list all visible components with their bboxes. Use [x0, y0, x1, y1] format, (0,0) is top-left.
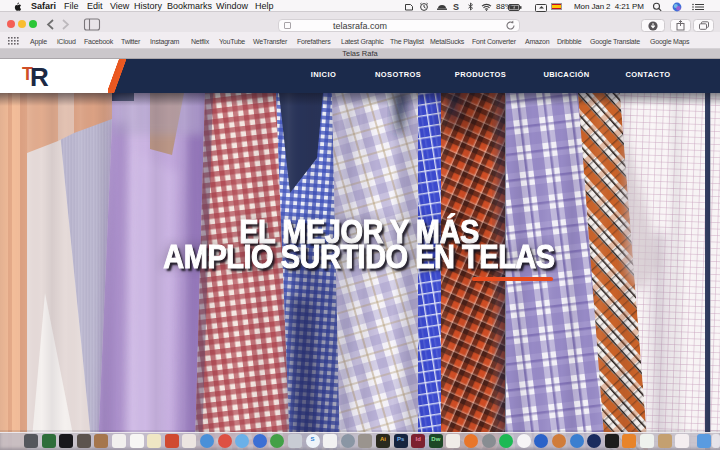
- svg-text:S: S: [453, 2, 459, 11]
